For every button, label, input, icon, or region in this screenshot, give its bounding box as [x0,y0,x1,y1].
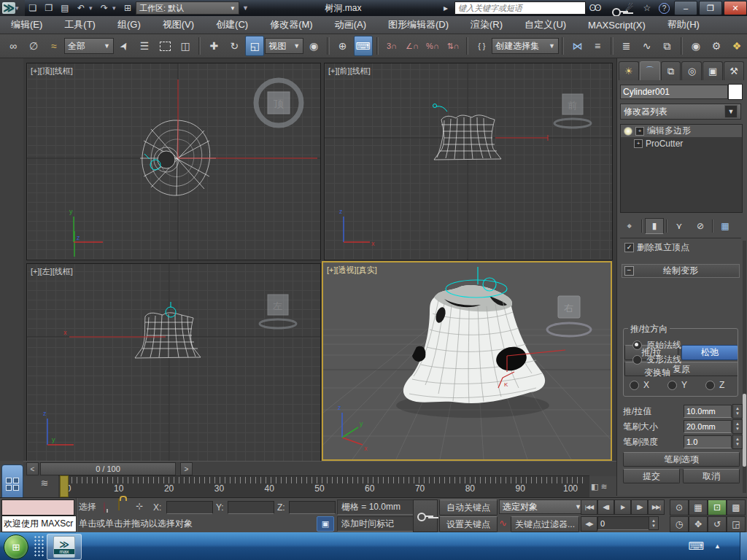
set-keys-button[interactable] [413,499,438,532]
selection-filter-dropdown[interactable]: 全部▼ [64,38,114,54]
rollout-paint-deformation[interactable]: − 绘制变形 [622,264,740,278]
favorites-star-icon[interactable]: ☆ [638,3,656,13]
taskbar-3dsmax-button[interactable]: ≫ max [47,534,82,560]
undo-caret[interactable]: ▾ [89,4,96,12]
current-frame-input[interactable]: 0 [597,516,651,530]
viewport-perspective-scene[interactable]: K 右 z y x [323,262,611,459]
select-and-link-icon[interactable]: ∞ [4,36,23,56]
brush-strength-input[interactable]: 1.0 [684,435,732,448]
menu-tools[interactable]: 工具(T) [53,16,107,34]
select-by-name-icon[interactable]: ☰ [135,36,154,56]
search-go-icon[interactable]: ▸ [437,3,454,13]
reference-coordinate-dropdown[interactable]: 视图▼ [265,38,303,54]
x-coordinate-input[interactable] [166,501,213,514]
curve-editor-icon[interactable]: ∿ [638,36,657,56]
snap-toggle-3d-icon[interactable]: 3∩ [382,36,401,56]
redo-button[interactable]: ↷ [96,1,112,15]
previous-frame-icon[interactable]: ◀▮ [597,499,614,515]
help-icon[interactable]: ? [659,3,670,14]
absolute-mode-icon[interactable]: ⊹ [136,501,143,511]
viewcube[interactable]: 前 [554,94,591,128]
select-and-rotate-icon[interactable]: ↻ [225,36,244,56]
time-configuration-icon[interactable]: ◷ [670,516,689,532]
schematic-view-icon[interactable]: ⧉ [658,36,677,56]
mini-curve-editor-button[interactable]: ≋ [35,474,54,491]
z-coordinate-input[interactable] [289,501,336,514]
viewcube[interactable]: 左 [260,295,296,328]
frame-spinner[interactable]: ▲▼ [649,516,659,530]
viewport-left[interactable]: [+][左][线框] 左 x [26,263,321,462]
tab-utilities-icon[interactable]: ⚒ [724,61,744,80]
viewcube[interactable]: 右 [547,296,591,336]
time-slider[interactable]: 0 / 100 [40,462,176,475]
close-button[interactable]: ✕ [724,1,747,15]
maxscript-listener-line[interactable]: 欢迎使用 MAXScr [1,516,77,532]
axis-y-radio[interactable]: Y [667,380,687,390]
make-unique-icon[interactable]: ⋎ [670,218,689,234]
selection-lock-pin-icon[interactable] [104,502,105,513]
viewport-left-scene[interactable]: 左 x z y [27,264,320,462]
menu-graph-editors[interactable]: 图形编辑器(D) [377,16,460,34]
new-file-button[interactable]: ❏ [25,1,41,15]
object-name-field[interactable]: Cylinder001 [620,85,728,99]
viewport-front[interactable]: [+][前][线框] 前 [324,63,613,260]
tab-hierarchy-icon[interactable]: ⧉ [661,61,681,80]
search-icon[interactable]: ʘʘ [586,3,603,13]
menu-help[interactable]: 帮助(H) [657,16,711,34]
next-frame-arrow[interactable]: > [180,462,193,475]
set-key-button[interactable]: 设置关键点 [439,516,498,532]
start-button[interactable]: ⊞ [4,534,28,559]
angle-snap-icon[interactable]: ∠∩ [403,36,422,56]
redo-caret[interactable]: ▾ [112,4,120,12]
panel-scrollbar[interactable] [743,241,746,493]
brush-size-spinner[interactable]: ▲▼ [732,419,743,434]
isolate-selection-toggle-icon[interactable]: ▣ [317,516,334,532]
push-pull-value-spinner[interactable]: ▲▼ [732,404,743,419]
maximize-viewport-toggle-icon[interactable]: ◲ [727,516,746,532]
y-coordinate-input[interactable] [228,501,274,514]
viewport-front-label[interactable]: [+][前][线框] [328,66,371,77]
stack-item-procutter[interactable]: + ProCutter [621,137,742,149]
menu-modifiers[interactable]: 修改器(M) [259,16,324,34]
select-and-move-icon[interactable]: ✚ [204,36,223,56]
push-pull-value-input[interactable]: 10.0mm [684,405,732,418]
tab-create-icon[interactable]: ☀ [619,61,639,80]
render-setup-icon[interactable]: ⚙ [707,36,726,56]
mirror-icon[interactable]: ⋈ [568,36,587,56]
key-mode-toggle-icon[interactable]: ◀▶ [581,516,597,532]
axis-x-radio[interactable]: X [630,380,649,390]
select-and-manipulate-icon[interactable]: ⊕ [333,36,352,56]
viewport-left-label[interactable]: [+][左][线框] [31,266,73,277]
commit-button[interactable]: 提交 [623,469,680,483]
brush-strength-spinner[interactable]: ▲▼ [732,435,743,449]
pin-stack-icon[interactable]: ⌖ [620,218,639,234]
material-editor-icon[interactable]: ◉ [686,36,705,56]
spinner-snap-icon[interactable]: ⇅∩ [444,36,462,56]
menu-create[interactable]: 创建(C) [205,16,259,34]
selection-set-dropdown[interactable]: 选定对象▼ [499,499,585,514]
configure-modifier-sets-icon[interactable]: ▦ [716,218,735,234]
viewport-top-label[interactable]: [+][顶][线框] [31,66,73,77]
expand-plus-icon[interactable]: + [634,139,643,148]
next-frame-icon[interactable]: ▮▶ [631,499,648,515]
show-end-result-icon[interactable]: ▮ [645,218,664,234]
go-to-start-icon[interactable]: |◀◀ [581,499,597,515]
stack-item-edit-poly[interactable]: + 编辑多边形 [621,125,742,137]
tab-motion-icon[interactable]: ◎ [681,61,702,80]
select-object-icon[interactable]: ➤ [110,33,137,60]
save-file-button[interactable]: ▤ [57,1,73,15]
mesh-left-view[interactable] [135,313,201,358]
deformed-normals-radio[interactable]: 变形法线 [632,354,681,366]
viewport-perspective[interactable]: [+][透视][真实] [322,261,612,461]
select-and-scale-icon[interactable]: ◱ [245,36,264,56]
infocenter-search-input[interactable]: 键入关键字或短语 [454,1,586,15]
viewport-top-scene[interactable]: 顶 [27,63,320,260]
viewport-front-scene[interactable]: 前 z x [325,63,612,260]
rectangular-selection-region-icon[interactable] [155,36,174,56]
viewport-top[interactable]: [+][顶][线框] 顶 [26,63,321,260]
menu-edit[interactable]: 编辑(E) [0,16,53,34]
workspace-extra-caret[interactable]: ▼ [242,4,249,12]
zoom-icon[interactable]: ⊙ [670,499,689,516]
project-switch-icon[interactable]: ⊞ [120,1,136,15]
show-desktop-button[interactable] [740,532,747,560]
